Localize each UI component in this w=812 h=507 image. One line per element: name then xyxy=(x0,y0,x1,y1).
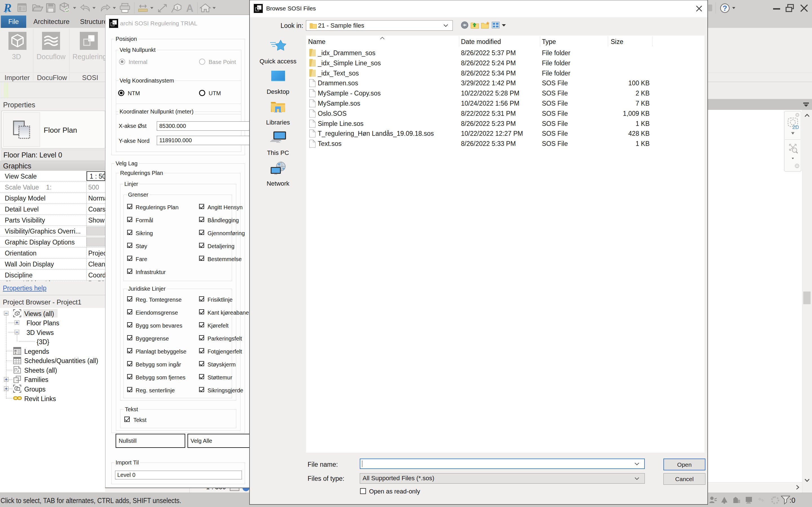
svg-text:?: ? xyxy=(723,4,727,12)
svg-text:1: 1 xyxy=(176,6,179,10)
svg-text:A: A xyxy=(186,3,193,13)
svg-text:2D: 2D xyxy=(792,124,799,129)
svg-text:R: R xyxy=(4,2,11,13)
